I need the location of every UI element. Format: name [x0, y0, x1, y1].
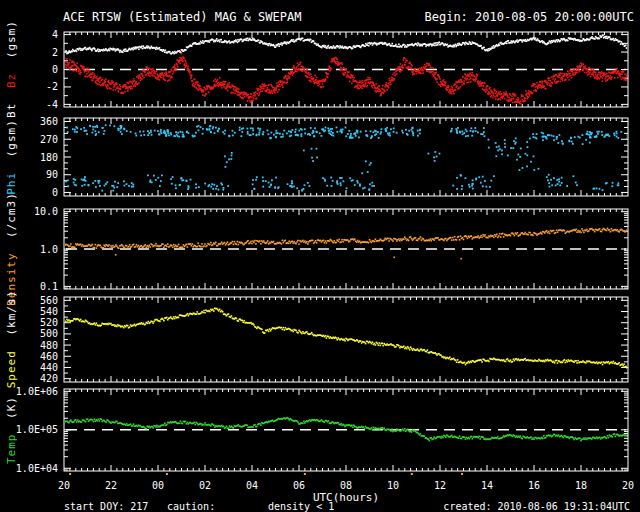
- y-tick-label: 270: [40, 134, 58, 145]
- series-speed-points: [63, 307, 628, 368]
- panel-ticks: [64, 297, 628, 382]
- y-tick-label: 1.0: [40, 244, 58, 255]
- y-tick-label: 460: [40, 351, 58, 362]
- footer-caution-label: caution:: [167, 501, 215, 512]
- panel-temp: 1.0E+061.0E+051.0E+04: [16, 386, 628, 474]
- y-tick-label: 500: [40, 328, 58, 339]
- y-axis-label-part: Speed: [5, 350, 18, 388]
- y-tick-label: 560: [40, 295, 58, 306]
- y-axis-label-part: (gsm): [5, 119, 18, 157]
- y-axis-label-part: (K): [5, 396, 18, 419]
- caution-mark-dot: [166, 473, 168, 475]
- panels-container: 420-2-436027018090010.01.00.156054052050…: [16, 29, 634, 491]
- x-tick-labels: 20220002040608101214161820: [58, 480, 634, 491]
- begin-timestamp: Begin: 2010-08-05 20:00:00UTC: [424, 10, 634, 24]
- y-axis-label-part: Temp: [5, 434, 18, 465]
- panel-phi: 360270180900: [40, 116, 628, 198]
- footer-created-timestamp: created: 2010-08-06 19:31:04UTC: [443, 501, 630, 512]
- footer-start-doy: start DOY: 217: [64, 501, 148, 512]
- x-tick-label: 04: [246, 480, 258, 491]
- y-tick-label: 90: [46, 169, 58, 180]
- ace-rtsw-plot-window: ACE RTSW (Estimated) MAG & SWEPAM Begin:…: [0, 0, 640, 512]
- y-axis-label-speed: Speed (km/s): [5, 290, 18, 389]
- y-tick-label: 2: [52, 47, 58, 58]
- series-bz-points: [63, 53, 628, 104]
- y-axis-label-part: Bz: [5, 73, 18, 88]
- x-tick-label: 16: [528, 480, 540, 491]
- panel-bt-bz: 420-2-4: [46, 29, 628, 110]
- x-tick-label: 10: [387, 480, 399, 491]
- y-tick-label: 440: [40, 362, 58, 373]
- series-density-points: [63, 228, 628, 260]
- panel-density: 10.01.00.1: [34, 206, 628, 292]
- series-phi-points: [63, 124, 628, 191]
- y-tick-label: 520: [40, 317, 58, 328]
- y-tick-label: 4: [52, 29, 58, 40]
- panel-speed: 560540520500480460440420: [40, 295, 628, 384]
- x-tick-label: 00: [152, 480, 164, 491]
- x-tick-label: 20: [622, 480, 634, 491]
- x-tick-label: 08: [340, 480, 352, 491]
- y-axis-label-part: (gsm): [5, 20, 18, 58]
- y-tick-label: 1.0E+05: [16, 424, 58, 435]
- y-tick-label: 0: [52, 187, 58, 198]
- y-tick-label: 10.0: [34, 206, 58, 217]
- panel-frame: [64, 297, 628, 382]
- caution-marks: [69, 473, 463, 475]
- y-tick-label: -4: [46, 99, 58, 110]
- y-axis-label-bt-bz: Bt Bz (gsm): [5, 20, 18, 118]
- footer-caution-value: density < 1: [268, 501, 334, 512]
- y-axis-label-part: Phi: [5, 172, 18, 195]
- panel-frame: [64, 118, 628, 196]
- y-tick-label: 1.0E+04: [16, 463, 58, 474]
- caution-mark-dot: [304, 473, 306, 475]
- caution-mark-dot: [69, 473, 71, 475]
- y-tick-label: 480: [40, 340, 58, 351]
- x-tick-label: 14: [481, 480, 493, 491]
- panel-ticks: [64, 118, 628, 196]
- x-tick-label: 18: [575, 480, 587, 491]
- x-tick-label: 02: [199, 480, 211, 491]
- y-tick-label: 420: [40, 373, 58, 384]
- y-tick-label: 540: [40, 306, 58, 317]
- x-tick-label: 12: [434, 480, 446, 491]
- y-tick-label: -2: [46, 81, 58, 92]
- y-tick-label: 0.1: [40, 281, 58, 292]
- y-tick-label: 1.0E+06: [16, 386, 58, 397]
- ace-rtsw-chart: ACE RTSW (Estimated) MAG & SWEPAM Begin:…: [0, 0, 640, 512]
- page-title: ACE RTSW (Estimated) MAG & SWEPAM: [63, 10, 301, 24]
- y-axis-label-part: Bt: [5, 103, 18, 118]
- caution-mark-dot: [411, 473, 413, 475]
- y-axis-label-phi: Phi (gsm): [5, 119, 18, 195]
- y-axis-label-density: Density (/cm3): [5, 192, 18, 306]
- y-tick-label: 0: [52, 64, 58, 75]
- x-tick-label: 20: [58, 480, 70, 491]
- y-axis-label-part: (/cm3): [5, 192, 18, 238]
- caution-mark-dot: [461, 473, 463, 475]
- x-tick-label: 06: [293, 480, 305, 491]
- x-tick-label: 22: [105, 480, 117, 491]
- y-axis-label-part: (km/s): [5, 290, 18, 336]
- y-tick-label: 180: [40, 152, 58, 163]
- y-tick-label: 360: [40, 116, 58, 127]
